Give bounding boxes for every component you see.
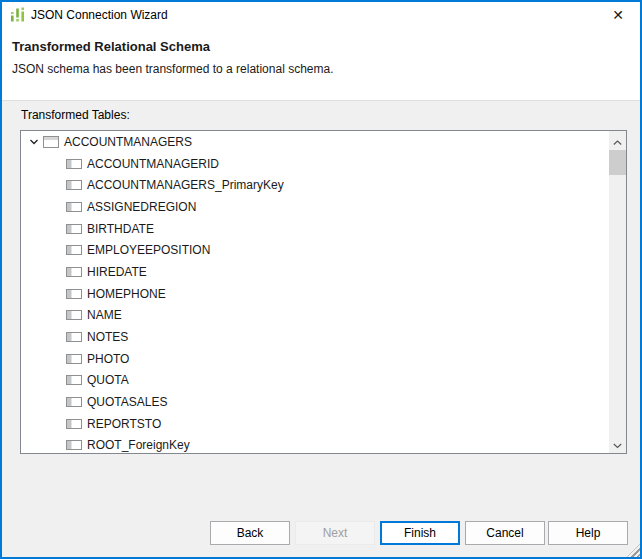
tree-item[interactable]: BIRTHDATE [21, 218, 609, 240]
tree-item-label: ACCOUNTMANAGERS [64, 135, 192, 149]
tree-item-label: HIREDATE [87, 265, 147, 279]
column-icon [66, 397, 82, 407]
tree-item-label: ACCOUNTMANAGERID [87, 157, 219, 171]
window-title: JSON Connection Wizard [31, 0, 168, 30]
table-icon [43, 136, 59, 148]
tree-item-label: QUOTASALES [87, 395, 167, 409]
column-icon [66, 267, 82, 277]
tree-item[interactable]: QUOTA [21, 370, 609, 392]
transformed-tables-tree: ACCOUNTMANAGERS ACCOUNTMANAGERID ACCOUNT… [20, 130, 627, 454]
column-icon [66, 245, 82, 255]
tree-item-label: PHOTO [87, 352, 129, 366]
cancel-button[interactable]: Cancel [465, 521, 545, 545]
tree-item[interactable]: PHOTO [21, 348, 609, 370]
column-icon [66, 354, 82, 364]
back-button[interactable]: Back [210, 521, 290, 545]
tree-item-label: BIRTHDATE [87, 222, 154, 236]
tree-view: ACCOUNTMANAGERS ACCOUNTMANAGERID ACCOUNT… [21, 131, 609, 453]
tree-item-label: ASSIGNEDREGION [87, 200, 196, 214]
app-equalizer-icon [9, 6, 27, 24]
column-icon [66, 224, 82, 234]
close-icon: ✕ [612, 7, 624, 23]
tree-item[interactable]: QUOTASALES [21, 391, 609, 413]
next-button: Next [295, 521, 375, 545]
finish-button[interactable]: Finish [380, 521, 460, 545]
tree-item-label: HOMEPHONE [87, 287, 166, 301]
tree-item-label: REPORTSTO [87, 417, 161, 431]
page-title: Transformed Relational Schema [12, 39, 210, 54]
column-icon [66, 332, 82, 342]
tree-item[interactable]: ACCOUNTMANAGERID [21, 153, 609, 175]
column-icon [66, 440, 82, 450]
scroll-up-button[interactable] [609, 132, 626, 149]
tree-item[interactable]: EMPLOYEEPOSITION [21, 239, 609, 261]
tree-item-label: QUOTA [87, 373, 129, 387]
column-icon [66, 180, 82, 190]
tree-item[interactable]: HOMEPHONE [21, 283, 609, 305]
transformed-tables-label: Transformed Tables: [21, 108, 130, 122]
scroll-down-button[interactable] [609, 435, 626, 452]
chevron-down-icon[interactable] [28, 136, 40, 148]
column-icon [66, 310, 82, 320]
column-icon [66, 419, 82, 429]
tree-item[interactable]: NAME [21, 305, 609, 327]
column-icon [66, 202, 82, 212]
tree-item[interactable]: HIREDATE [21, 261, 609, 283]
tree-item-label: NOTES [87, 330, 128, 344]
tree-item[interactable]: NOTES [21, 326, 609, 348]
tree-item-label: ROOT_ForeignKey [87, 438, 190, 452]
chevron-down-icon [613, 435, 622, 453]
column-icon [66, 289, 82, 299]
close-button[interactable]: ✕ [600, 1, 636, 29]
tree-node-accountmanagers[interactable]: ACCOUNTMANAGERS [21, 131, 609, 153]
tree-item-label: ACCOUNTMANAGERS_PrimaryKey [87, 178, 284, 192]
tree-children: ACCOUNTMANAGERID ACCOUNTMANAGERS_Primary… [21, 153, 609, 453]
help-button[interactable]: Help [548, 521, 628, 545]
tree-item[interactable]: ROOT_ForeignKey [21, 435, 609, 453]
page-subtitle: JSON schema has been transformed to a re… [12, 62, 334, 76]
tree-item-label: EMPLOYEEPOSITION [87, 243, 210, 257]
column-icon [66, 159, 82, 169]
tree-item[interactable]: ACCOUNTMANAGERS_PrimaryKey [21, 174, 609, 196]
chevron-up-icon [613, 132, 622, 150]
window-titlebar[interactable]: JSON Connection Wizard ✕ [0, 0, 642, 30]
scrollbar-thumb[interactable] [609, 150, 626, 175]
json-connection-wizard-window: JSON Connection Wizard ✕ Transformed Rel… [0, 0, 642, 559]
tree-item[interactable]: REPORTSTO [21, 413, 609, 435]
tree-item[interactable]: ASSIGNEDREGION [21, 196, 609, 218]
vertical-scrollbar[interactable] [609, 131, 626, 453]
tree-item-label: NAME [87, 308, 122, 322]
column-icon [66, 375, 82, 385]
